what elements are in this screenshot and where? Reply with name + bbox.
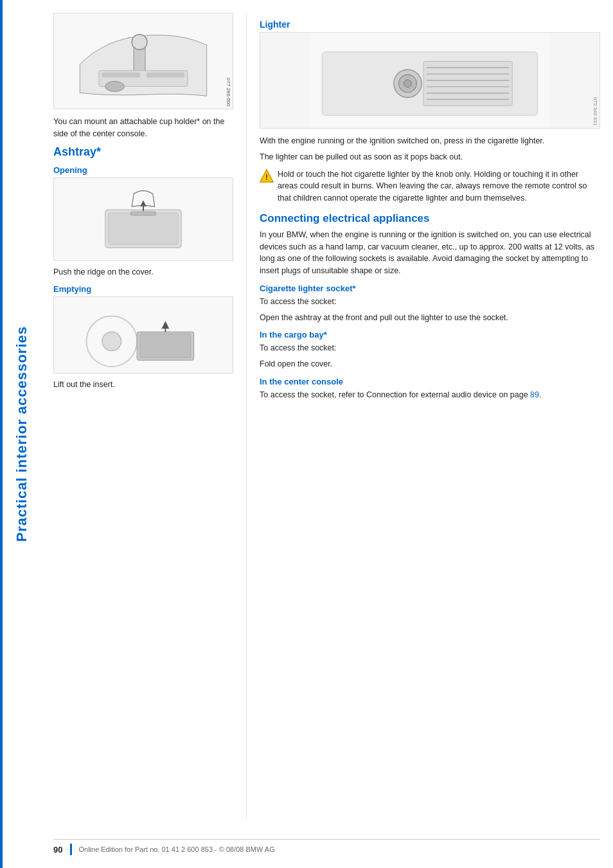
- opening-text: Push the ridge on the cover.: [53, 266, 233, 278]
- left-column: 077 286 000 077 286 000 You can mount an…: [53, 13, 233, 820]
- emptying-text: Lift out the insert.: [53, 379, 233, 391]
- cargo-text2: Fold open the cover.: [260, 358, 600, 370]
- cigarette-text1: To access the socket:: [260, 296, 600, 308]
- warning-icon: !: [260, 169, 274, 183]
- lighter-title: Lighter: [260, 19, 600, 30]
- cargo-text1: To access the socket:: [260, 342, 600, 354]
- svg-point-15: [102, 332, 121, 351]
- lighter-image: 075 340 631: [260, 32, 600, 129]
- cigarette-title: Cigarette lighter socket*: [260, 284, 600, 293]
- sidebar-label: Practical interior accessories: [13, 326, 30, 542]
- page-number: 90: [53, 845, 62, 854]
- center-console-title: In the center console: [260, 377, 600, 386]
- cup-holder-text: You can mount an attachable cup holder* …: [53, 116, 233, 140]
- opening-image: [53, 177, 233, 261]
- svg-text:!: !: [265, 173, 268, 182]
- lighter-text1: With the engine running or the ignition …: [260, 135, 600, 147]
- footer-text: Online Edition for Part no. 01 41 2 600 …: [78, 845, 274, 853]
- image-label-lighter: 075 340 631: [592, 97, 598, 126]
- emptying-image: [53, 296, 233, 374]
- center-console-text: To access the socket, refer to Connectio…: [260, 389, 600, 401]
- column-divider: [246, 13, 247, 820]
- svg-rect-17: [140, 334, 191, 357]
- warning-text: Hold or touch the hot cigarette lighter …: [278, 168, 600, 204]
- right-column: Lighter: [260, 13, 600, 820]
- page-footer: 90 Online Edition for Part no. 01 41 2 6…: [53, 839, 600, 855]
- warning-box: ! Hold or touch the hot cigarette lighte…: [260, 168, 600, 204]
- cup-holder-image: 077 286 000 077 286 000: [53, 13, 233, 109]
- cargo-title: In the cargo bay*: [260, 330, 600, 339]
- ashtray-title: Ashtray*: [53, 145, 233, 159]
- svg-point-31: [404, 80, 412, 87]
- page-container: Practical interior accessories: [0, 0, 613, 868]
- page-link[interactable]: 89: [530, 390, 539, 399]
- two-col-layout: 077 286 000 077 286 000 You can mount an…: [53, 13, 600, 820]
- cigarette-text2: Open the ashtray at the front and pull o…: [260, 312, 600, 324]
- sidebar: Practical interior accessories: [0, 0, 44, 868]
- svg-rect-10: [130, 212, 155, 215]
- connecting-text: In your BMW, when the engine is running …: [260, 229, 600, 277]
- svg-rect-9: [109, 213, 178, 244]
- opening-title: Opening: [53, 165, 233, 175]
- svg-rect-5: [147, 73, 184, 78]
- emptying-title: Emptying: [53, 284, 233, 294]
- lighter-text2: The lighter can be pulled out as soon as…: [260, 151, 600, 163]
- svg-rect-4: [102, 73, 140, 78]
- image-label-cupholder: 077 286 000: [226, 78, 231, 107]
- main-content: 077 286 000 077 286 000 You can mount an…: [44, 0, 613, 868]
- connecting-title: Connecting electrical appliances: [260, 212, 600, 225]
- svg-point-6: [105, 82, 125, 92]
- footer-line: [70, 844, 72, 855]
- svg-point-2: [132, 35, 147, 50]
